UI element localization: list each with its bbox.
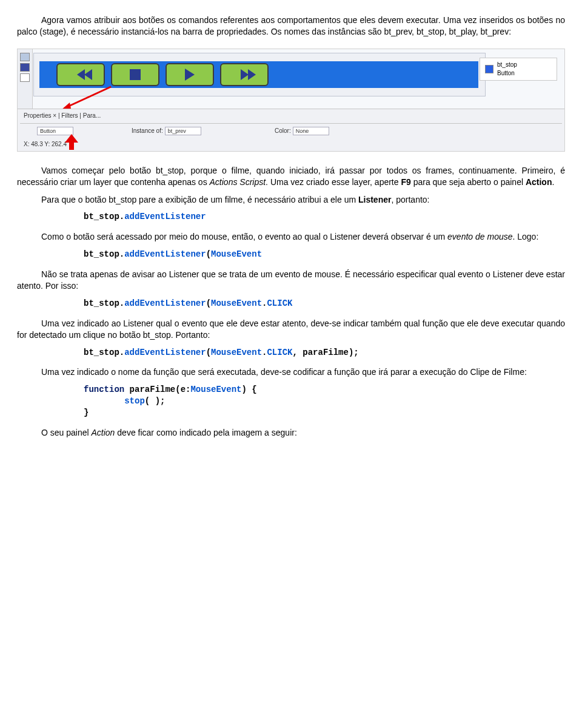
code-snippet-2: bt_stop.addEventListener(MouseEvent <box>84 249 565 260</box>
symbol-icon <box>485 65 493 73</box>
tool-swatch-icon <box>20 63 30 72</box>
paragraph: O seu painel Action deve ficar como indi… <box>17 427 565 439</box>
library-item-name: bt_stop <box>497 61 517 68</box>
code-snippet-3: bt_stop.addEventListener(MouseEvent.CLIC… <box>84 298 565 309</box>
bt-prev-button[interactable] <box>56 63 105 86</box>
paragraph: Uma vez indicado ao Listener qual o even… <box>17 318 565 341</box>
paragraph: Vamos começar pelo botão bt_stop, porque… <box>17 165 565 188</box>
intro-paragraph: Agora vamos atribuir aos botões os coman… <box>17 15 565 38</box>
library-item-type: Button <box>497 70 515 76</box>
prev-icon <box>77 69 85 80</box>
tool-swatch-icon <box>20 73 30 82</box>
paragraph: Como o botão será acessado por meio do m… <box>17 231 565 243</box>
color-dropdown[interactable]: None <box>293 127 329 135</box>
bt-next-button[interactable] <box>220 63 269 86</box>
annotation-arrow-up <box>65 134 78 150</box>
code-snippet-1: bt_stop.addEventListener <box>84 211 565 223</box>
paragraph: Uma vez indicado o nome da função que se… <box>17 366 565 378</box>
properties-panel: Properties × | Filters | Para... Button … <box>18 109 564 151</box>
paragraph: Para que o botão bt_stop pare a exibição… <box>17 194 565 206</box>
properties-tabs[interactable]: Properties × | Filters | Para... <box>20 112 562 124</box>
paragraph: Não se trata apenas de avisar ao Listene… <box>17 269 565 292</box>
next-icon <box>241 69 249 80</box>
tool-swatch-icon <box>20 53 30 61</box>
library-item: bt_stop Button <box>480 58 557 81</box>
flash-properties-screenshot: bt_stop Button Properties × | Filters | … <box>17 49 565 152</box>
code-snippet-5: function paraFilme(e:MouseEvent) { stop(… <box>84 384 565 419</box>
bt-stop-button[interactable] <box>111 63 159 86</box>
color-label: Color: <box>275 127 291 135</box>
media-controls-bar <box>39 61 478 88</box>
instance-of-value: bt_prev <box>165 127 201 135</box>
code-snippet-4: bt_stop.addEventListener(MouseEvent.CLIC… <box>84 347 565 359</box>
stop-icon <box>130 69 141 80</box>
bt-play-button[interactable] <box>166 63 214 86</box>
instance-of-label: Instance of: <box>132 127 163 135</box>
play-icon <box>185 69 195 81</box>
